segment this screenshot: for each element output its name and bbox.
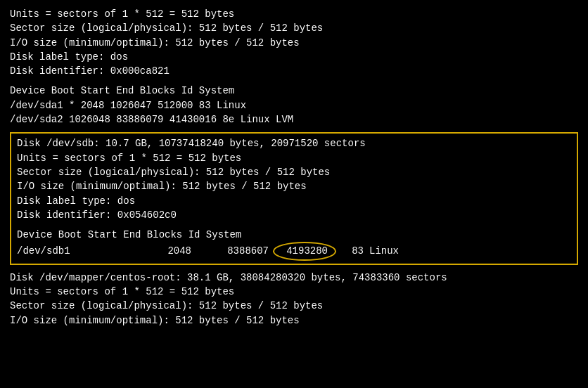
sdb-line1: Disk /dev/sdb: 10.7 GB, 10737418240 byte… [17,136,571,150]
table1-header: Device Boot Start End Blocks Id System [10,84,578,98]
sdb-blocks: 4193280 [286,245,328,257]
sdb-line2: Units = sectors of 1 * 512 = 512 bytes [17,151,571,165]
sdb-id: 83 [339,244,364,258]
section3: Disk /dev/mapper/centos-root: 38.1 GB, 3… [10,271,578,328]
sdb-device: /dev/sdb1 [17,244,80,258]
blocks-oval: 4193280 [273,242,336,260]
section3-line1: Disk /dev/mapper/centos-root: 38.1 GB, 3… [10,271,578,285]
sdb-start: 2048 [114,244,191,258]
terminal: Units = sectors of 1 * 512 = 512 bytes S… [10,7,578,328]
table1: Device Boot Start End Blocks Id System /… [10,84,578,127]
highlighted-section: Disk /dev/sdb: 10.7 GB, 10737418240 byte… [10,132,578,264]
section3-line3: Sector size (logical/physical): 512 byte… [10,299,578,313]
sdb-line4: I/O size (minimum/optimal): 512 bytes / … [17,179,571,193]
table1-row2: /dev/sda2 1026048 83886079 41430016 8e L… [10,112,578,127]
sdb-line3: Sector size (logical/physical): 512 byte… [17,165,571,179]
line: Sector size (logical/physical): 512 byte… [10,21,578,35]
line: Units = sectors of 1 * 512 = 512 bytes [10,7,578,21]
section3-line4: I/O size (minimum/optimal): 512 bytes / … [10,313,578,328]
sdb-system: Linux [369,244,399,258]
section3-line2: Units = sectors of 1 * 512 = 512 bytes [10,285,578,299]
sdb-table-row: /dev/sdb1 2048 8388607 4193280 83 Linux [17,242,571,260]
sdb-line5: Disk label type: dos [17,194,571,208]
line: Disk label type: dos [10,50,578,64]
section1-lines: Units = sectors of 1 * 512 = 512 bytes S… [10,7,578,78]
line: Disk identifier: 0x000ca821 [10,64,578,78]
sdb-line6: Disk identifier: 0x054602c0 [17,208,571,222]
line: I/O size (minimum/optimal): 512 bytes / … [10,36,578,50]
table1-row1: /dev/sda1 * 2048 1026047 512000 83 Linux [10,98,578,112]
sdb-table-header: Device Boot Start End Blocks Id System [17,228,571,242]
sdb-end: 8388607 [191,244,269,258]
